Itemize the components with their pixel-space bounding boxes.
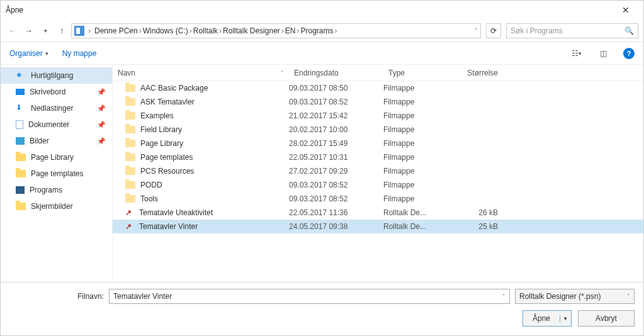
open-button[interactable]: Åpne ▾	[523, 310, 572, 327]
view-options-button[interactable]: ☷ ▾	[570, 47, 583, 60]
programs-icon	[16, 186, 25, 194]
forward-button[interactable]: →	[22, 24, 36, 38]
file-row[interactable]: Examples21.02.2017 15:42Filmappe	[113, 109, 643, 123]
folder-icon	[125, 126, 135, 133]
filetype-dropdown-icon: ˅	[627, 293, 630, 300]
file-date: 09.03.2017 08:52	[289, 98, 383, 106]
sidebar-item-programs[interactable]: Programs	[1, 182, 112, 198]
file-row[interactable]: Field Library20.02.2017 10:00Filmappe	[113, 123, 643, 137]
filename-dropdown-icon[interactable]: ˅	[502, 293, 506, 300]
file-row[interactable]: Tools09.03.2017 08:52Filmappe	[113, 192, 643, 206]
file-row[interactable]: ASK Tematavler09.03.2017 08:52Filmappe	[113, 95, 643, 109]
sidebar-item-label: Page templates	[31, 169, 83, 178]
file-name: PODD	[140, 181, 162, 189]
app-icon: ↗	[125, 208, 134, 217]
file-row[interactable]: Page templates22.05.2017 10:31Filmappe	[113, 150, 643, 164]
sidebar-item-bilder[interactable]: Bilder📌	[1, 133, 112, 149]
chevron-right-icon: ›	[281, 26, 284, 35]
breadcrumb-segment[interactable]: Denne PCen	[94, 26, 138, 35]
file-date: 28.02.2017 15:49	[289, 139, 383, 148]
sidebar-item-label: Page Library	[31, 153, 74, 162]
refresh-button[interactable]: ⟳	[486, 23, 501, 38]
sidebar-item-label: Nedlastinger	[31, 104, 73, 113]
filename-label: Filnavn:	[9, 292, 104, 301]
breadcrumb-segment[interactable]: Rolltalk	[193, 26, 218, 35]
sidebar-item-page-templates[interactable]: Page templates	[1, 165, 112, 182]
organize-button[interactable]: Organiser ▾	[9, 49, 48, 58]
navbar: ← → ▾ ↑ › Denne PCen›Windows (C:)›Rollta…	[1, 20, 643, 42]
sidebar-item-label: Skrivebord	[30, 87, 65, 96]
preview-pane-button[interactable]: ◫	[597, 47, 609, 60]
breadcrumb-segment[interactable]: Rolltalk Designer	[223, 26, 280, 35]
sidebar-item-page-library[interactable]: Page Library	[1, 149, 112, 165]
sort-asc-icon: ˄	[281, 70, 284, 76]
recent-dropdown[interactable]: ▾	[38, 24, 52, 38]
file-row[interactable]: AAC Basic Package09.03.2017 08:50Filmapp…	[113, 81, 643, 95]
window-title: Åpne	[6, 6, 613, 14]
folder-icon	[16, 170, 26, 177]
sidebar-item-label: Hurtigtilgang	[31, 71, 73, 80]
col-type[interactable]: Type	[383, 69, 453, 77]
sidebar-item-skrivebord[interactable]: Skrivebord📌	[1, 84, 112, 100]
close-button[interactable]: ✕	[613, 5, 638, 15]
back-button[interactable]: ←	[6, 24, 20, 38]
sidebar-item-hurtigtilgang[interactable]: ★Hurtigtilgang	[1, 67, 112, 84]
open-dropdown[interactable]: ▾	[560, 315, 571, 322]
file-name: Tematavle Uteaktivitet	[139, 208, 213, 217]
breadcrumb-segment[interactable]: Windows (C:)	[143, 26, 188, 35]
file-name: ASK Tematavler	[140, 98, 195, 106]
file-row[interactable]: Page Library28.02.2017 15:49Filmappe	[113, 137, 643, 150]
up-button[interactable]: ↑	[55, 24, 69, 38]
breadcrumb-bar[interactable]: › Denne PCen›Windows (C:)›Rolltalk›Rollt…	[71, 23, 481, 38]
sidebar-item-nedlastinger[interactable]: ⬇Nedlastinger📌	[1, 100, 112, 116]
path-dropdown-icon[interactable]: ˅	[475, 28, 478, 34]
file-size: 26 kB	[453, 208, 503, 217]
file-row[interactable]: PODD09.03.2017 08:52Filmappe	[113, 178, 643, 192]
file-list[interactable]: AAC Basic Package09.03.2017 08:50Filmapp…	[113, 81, 643, 282]
filetype-select[interactable]: Rolltalk Designer (*.psn) ˅	[515, 289, 635, 304]
file-date: 09.03.2017 08:50	[289, 84, 383, 92]
search-icon: 🔍	[624, 26, 634, 35]
file-name: Tematavler Vinter	[139, 222, 198, 231]
chevron-right-icon: ›	[334, 26, 337, 35]
file-row[interactable]: PCS Resources27.02.2017 09:29Filmappe	[113, 164, 643, 178]
file-type: Filmappe	[383, 153, 453, 162]
sidebar-item-dokumenter[interactable]: Dokumenter📌	[1, 116, 112, 133]
file-row[interactable]: ↗Tematavler Vinter24.05.2017 09:38Rollta…	[113, 220, 643, 233]
search-input[interactable]: Søk i Programs 🔍	[506, 23, 638, 38]
file-name: Tools	[140, 194, 158, 203]
folder-icon	[16, 203, 26, 210]
filename-input[interactable]: Tematavler Vinter ˅	[109, 289, 510, 304]
sidebar-item-label: Programs	[30, 186, 62, 194]
desktop-icon	[16, 89, 25, 95]
folder-icon	[16, 154, 26, 161]
chevron-down-icon: ▾	[45, 50, 48, 57]
image-icon	[16, 137, 25, 145]
cancel-button[interactable]: Avbryt	[578, 310, 635, 327]
footer: Filnavn: Tematavler Vinter ˅ Rolltalk De…	[1, 282, 643, 335]
col-size[interactable]: Størrelse	[453, 69, 503, 77]
folder-icon	[125, 112, 135, 120]
file-date: 09.03.2017 08:52	[289, 181, 383, 189]
file-row[interactable]: ↗Tematavle Uteaktivitet22.05.2017 11:36R…	[113, 206, 643, 220]
sidebar-item-label: Bilder	[30, 137, 49, 145]
sidebar-item-skjermbilder[interactable]: Skjermbilder	[1, 198, 112, 215]
col-date[interactable]: Endringsdato	[289, 69, 383, 77]
file-type: Filmappe	[383, 98, 453, 106]
file-type: Filmappe	[383, 194, 453, 203]
breadcrumb-segment[interactable]: Programs	[300, 26, 333, 35]
file-date: 22.05.2017 10:31	[289, 153, 383, 162]
breadcrumb-segment[interactable]: EN	[285, 26, 296, 35]
new-folder-button[interactable]: Ny mappe	[62, 49, 97, 58]
pin-icon: 📌	[97, 104, 106, 113]
folder-icon	[125, 154, 135, 161]
file-date: 22.05.2017 11:36	[289, 208, 383, 217]
help-button[interactable]: ?	[623, 48, 635, 59]
folder-icon	[125, 84, 135, 92]
folder-icon	[125, 167, 135, 175]
col-name[interactable]: Navn ˄	[113, 69, 289, 77]
folder-icon	[125, 98, 135, 106]
chevron-right-icon: ›	[88, 26, 91, 35]
file-type: Filmappe	[383, 139, 453, 148]
app-icon: ↗	[125, 222, 134, 231]
